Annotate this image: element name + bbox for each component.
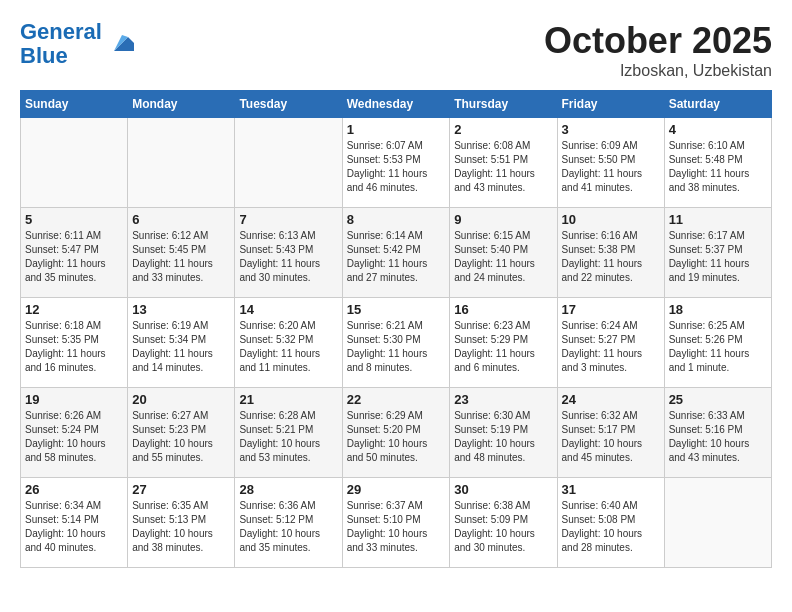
day-info: Sunrise: 6:38 AMSunset: 5:09 PMDaylight:… bbox=[454, 499, 552, 555]
day-number: 24 bbox=[562, 392, 660, 407]
day-number: 9 bbox=[454, 212, 552, 227]
header-sunday: Sunday bbox=[21, 91, 128, 118]
calendar-cell: 4Sunrise: 6:10 AMSunset: 5:48 PMDaylight… bbox=[664, 118, 771, 208]
page-header: General Blue October 2025 Izboskan, Uzbe… bbox=[20, 20, 772, 80]
subtitle: Izboskan, Uzbekistan bbox=[544, 62, 772, 80]
day-number: 10 bbox=[562, 212, 660, 227]
calendar-cell: 30Sunrise: 6:38 AMSunset: 5:09 PMDayligh… bbox=[450, 478, 557, 568]
calendar-cell: 17Sunrise: 6:24 AMSunset: 5:27 PMDayligh… bbox=[557, 298, 664, 388]
day-info: Sunrise: 6:18 AMSunset: 5:35 PMDaylight:… bbox=[25, 319, 123, 375]
day-info: Sunrise: 6:23 AMSunset: 5:29 PMDaylight:… bbox=[454, 319, 552, 375]
header-thursday: Thursday bbox=[450, 91, 557, 118]
day-number: 23 bbox=[454, 392, 552, 407]
week-row-2: 5Sunrise: 6:11 AMSunset: 5:47 PMDaylight… bbox=[21, 208, 772, 298]
day-info: Sunrise: 6:34 AMSunset: 5:14 PMDaylight:… bbox=[25, 499, 123, 555]
month-title: October 2025 bbox=[544, 20, 772, 62]
day-info: Sunrise: 6:17 AMSunset: 5:37 PMDaylight:… bbox=[669, 229, 767, 285]
day-info: Sunrise: 6:40 AMSunset: 5:08 PMDaylight:… bbox=[562, 499, 660, 555]
day-number: 5 bbox=[25, 212, 123, 227]
calendar-cell: 29Sunrise: 6:37 AMSunset: 5:10 PMDayligh… bbox=[342, 478, 450, 568]
day-number: 7 bbox=[239, 212, 337, 227]
day-info: Sunrise: 6:21 AMSunset: 5:30 PMDaylight:… bbox=[347, 319, 446, 375]
calendar-cell: 2Sunrise: 6:08 AMSunset: 5:51 PMDaylight… bbox=[450, 118, 557, 208]
logo-line1: General bbox=[20, 19, 102, 44]
week-row-4: 19Sunrise: 6:26 AMSunset: 5:24 PMDayligh… bbox=[21, 388, 772, 478]
calendar-cell: 25Sunrise: 6:33 AMSunset: 5:16 PMDayligh… bbox=[664, 388, 771, 478]
calendar-cell: 6Sunrise: 6:12 AMSunset: 5:45 PMDaylight… bbox=[128, 208, 235, 298]
day-info: Sunrise: 6:37 AMSunset: 5:10 PMDaylight:… bbox=[347, 499, 446, 555]
day-number: 30 bbox=[454, 482, 552, 497]
day-info: Sunrise: 6:13 AMSunset: 5:43 PMDaylight:… bbox=[239, 229, 337, 285]
day-info: Sunrise: 6:36 AMSunset: 5:12 PMDaylight:… bbox=[239, 499, 337, 555]
header-row: SundayMondayTuesdayWednesdayThursdayFrid… bbox=[21, 91, 772, 118]
calendar-table: SundayMondayTuesdayWednesdayThursdayFrid… bbox=[20, 90, 772, 568]
calendar-cell bbox=[664, 478, 771, 568]
header-monday: Monday bbox=[128, 91, 235, 118]
calendar-cell: 26Sunrise: 6:34 AMSunset: 5:14 PMDayligh… bbox=[21, 478, 128, 568]
day-number: 28 bbox=[239, 482, 337, 497]
calendar-cell: 18Sunrise: 6:25 AMSunset: 5:26 PMDayligh… bbox=[664, 298, 771, 388]
day-number: 27 bbox=[132, 482, 230, 497]
calendar-cell: 1Sunrise: 6:07 AMSunset: 5:53 PMDaylight… bbox=[342, 118, 450, 208]
logo-line2: Blue bbox=[20, 43, 68, 68]
calendar-cell bbox=[235, 118, 342, 208]
day-number: 3 bbox=[562, 122, 660, 137]
day-info: Sunrise: 6:25 AMSunset: 5:26 PMDaylight:… bbox=[669, 319, 767, 375]
day-info: Sunrise: 6:12 AMSunset: 5:45 PMDaylight:… bbox=[132, 229, 230, 285]
day-info: Sunrise: 6:27 AMSunset: 5:23 PMDaylight:… bbox=[132, 409, 230, 465]
calendar-cell: 27Sunrise: 6:35 AMSunset: 5:13 PMDayligh… bbox=[128, 478, 235, 568]
day-info: Sunrise: 6:29 AMSunset: 5:20 PMDaylight:… bbox=[347, 409, 446, 465]
day-number: 16 bbox=[454, 302, 552, 317]
calendar-cell: 9Sunrise: 6:15 AMSunset: 5:40 PMDaylight… bbox=[450, 208, 557, 298]
week-row-5: 26Sunrise: 6:34 AMSunset: 5:14 PMDayligh… bbox=[21, 478, 772, 568]
day-info: Sunrise: 6:33 AMSunset: 5:16 PMDaylight:… bbox=[669, 409, 767, 465]
calendar-cell: 14Sunrise: 6:20 AMSunset: 5:32 PMDayligh… bbox=[235, 298, 342, 388]
day-number: 2 bbox=[454, 122, 552, 137]
day-number: 20 bbox=[132, 392, 230, 407]
day-number: 26 bbox=[25, 482, 123, 497]
day-info: Sunrise: 6:32 AMSunset: 5:17 PMDaylight:… bbox=[562, 409, 660, 465]
calendar-cell: 12Sunrise: 6:18 AMSunset: 5:35 PMDayligh… bbox=[21, 298, 128, 388]
calendar-cell bbox=[128, 118, 235, 208]
day-info: Sunrise: 6:07 AMSunset: 5:53 PMDaylight:… bbox=[347, 139, 446, 195]
calendar-cell: 10Sunrise: 6:16 AMSunset: 5:38 PMDayligh… bbox=[557, 208, 664, 298]
day-number: 15 bbox=[347, 302, 446, 317]
day-number: 14 bbox=[239, 302, 337, 317]
calendar-cell: 8Sunrise: 6:14 AMSunset: 5:42 PMDaylight… bbox=[342, 208, 450, 298]
day-number: 25 bbox=[669, 392, 767, 407]
day-info: Sunrise: 6:10 AMSunset: 5:48 PMDaylight:… bbox=[669, 139, 767, 195]
calendar-cell: 7Sunrise: 6:13 AMSunset: 5:43 PMDaylight… bbox=[235, 208, 342, 298]
calendar-cell: 3Sunrise: 6:09 AMSunset: 5:50 PMDaylight… bbox=[557, 118, 664, 208]
day-number: 8 bbox=[347, 212, 446, 227]
day-number: 18 bbox=[669, 302, 767, 317]
day-info: Sunrise: 6:24 AMSunset: 5:27 PMDaylight:… bbox=[562, 319, 660, 375]
calendar-cell: 24Sunrise: 6:32 AMSunset: 5:17 PMDayligh… bbox=[557, 388, 664, 478]
logo: General Blue bbox=[20, 20, 136, 68]
week-row-1: 1Sunrise: 6:07 AMSunset: 5:53 PMDaylight… bbox=[21, 118, 772, 208]
calendar-cell: 23Sunrise: 6:30 AMSunset: 5:19 PMDayligh… bbox=[450, 388, 557, 478]
header-tuesday: Tuesday bbox=[235, 91, 342, 118]
day-info: Sunrise: 6:14 AMSunset: 5:42 PMDaylight:… bbox=[347, 229, 446, 285]
day-info: Sunrise: 6:08 AMSunset: 5:51 PMDaylight:… bbox=[454, 139, 552, 195]
day-number: 11 bbox=[669, 212, 767, 227]
calendar-cell: 19Sunrise: 6:26 AMSunset: 5:24 PMDayligh… bbox=[21, 388, 128, 478]
calendar-cell: 16Sunrise: 6:23 AMSunset: 5:29 PMDayligh… bbox=[450, 298, 557, 388]
calendar-cell: 28Sunrise: 6:36 AMSunset: 5:12 PMDayligh… bbox=[235, 478, 342, 568]
day-number: 29 bbox=[347, 482, 446, 497]
day-info: Sunrise: 6:09 AMSunset: 5:50 PMDaylight:… bbox=[562, 139, 660, 195]
day-info: Sunrise: 6:30 AMSunset: 5:19 PMDaylight:… bbox=[454, 409, 552, 465]
day-info: Sunrise: 6:11 AMSunset: 5:47 PMDaylight:… bbox=[25, 229, 123, 285]
day-number: 17 bbox=[562, 302, 660, 317]
calendar-cell: 11Sunrise: 6:17 AMSunset: 5:37 PMDayligh… bbox=[664, 208, 771, 298]
header-wednesday: Wednesday bbox=[342, 91, 450, 118]
logo-icon bbox=[106, 29, 136, 59]
day-number: 12 bbox=[25, 302, 123, 317]
day-number: 1 bbox=[347, 122, 446, 137]
day-number: 19 bbox=[25, 392, 123, 407]
day-info: Sunrise: 6:26 AMSunset: 5:24 PMDaylight:… bbox=[25, 409, 123, 465]
day-number: 22 bbox=[347, 392, 446, 407]
calendar-cell: 15Sunrise: 6:21 AMSunset: 5:30 PMDayligh… bbox=[342, 298, 450, 388]
day-info: Sunrise: 6:20 AMSunset: 5:32 PMDaylight:… bbox=[239, 319, 337, 375]
title-block: October 2025 Izboskan, Uzbekistan bbox=[544, 20, 772, 80]
calendar-cell: 31Sunrise: 6:40 AMSunset: 5:08 PMDayligh… bbox=[557, 478, 664, 568]
